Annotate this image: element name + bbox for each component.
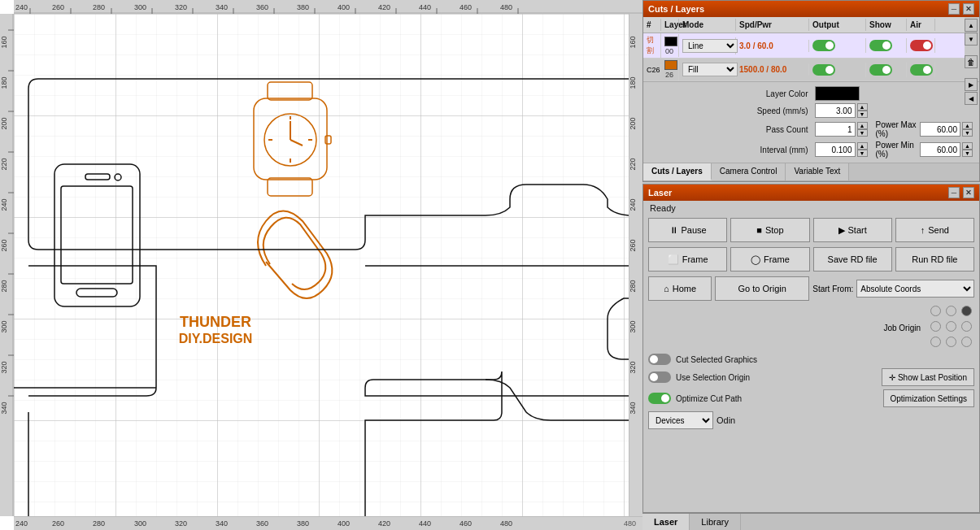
svg-text:320: 320: [175, 3, 187, 11]
optimization-settings-btn[interactable]: Optimization Settings: [883, 389, 975, 407]
row0-output[interactable]: [809, 38, 866, 53]
cut-selected-toggle[interactable]: [648, 354, 671, 365]
power-max-down-btn[interactable]: ▼: [962, 129, 973, 137]
row0-mode[interactable]: Line Fill: [679, 37, 736, 54]
row1-mode-select[interactable]: Fill Line: [682, 63, 738, 76]
devices-select[interactable]: Devices: [648, 411, 713, 429]
origin-tc[interactable]: [946, 306, 956, 316]
svg-text:440: 440: [419, 519, 431, 528]
origin-tl[interactable]: [930, 306, 941, 316]
frame1-button[interactable]: ⬜ Frame: [648, 247, 727, 272]
home-row: ⌂ Home Go to Origin Start From: Absolute…: [643, 274, 979, 303]
interval-input[interactable]: [815, 142, 856, 157]
drawing-canvas[interactable]: THUNDER DIY.DESIGN 160 180: [14, 14, 629, 516]
pass-count-up-btn[interactable]: ▲: [857, 122, 868, 129]
origin-mr[interactable]: [961, 321, 972, 332]
origin-mc[interactable]: [946, 321, 956, 332]
power-max-up-btn[interactable]: ▲: [962, 122, 973, 129]
use-selection-toggle[interactable]: [648, 371, 671, 383]
svg-rect-75: [14, 14, 629, 516]
svg-text:240: 240: [15, 3, 28, 11]
canvas-area[interactable]: 240 260 280 300 320 340 360 380 400 420: [0, 0, 642, 530]
svg-text:420: 420: [378, 3, 390, 11]
start-button[interactable]: ▶ Start: [813, 218, 892, 242]
svg-text:300: 300: [0, 320, 8, 332]
interval-down-btn[interactable]: ▼: [857, 150, 868, 157]
bottom-tab-laser[interactable]: Laser: [642, 514, 690, 530]
svg-text:320: 320: [0, 361, 8, 373]
origin-bl[interactable]: [930, 337, 941, 347]
power-min-input[interactable]: [920, 142, 960, 157]
col-spd-pwr: Spd/Pwr: [736, 19, 809, 31]
optimize-cut-toggle[interactable]: [648, 393, 671, 404]
cuts-layers-title: Cuts / Layers: [648, 4, 704, 14]
svg-text:240: 240: [629, 198, 637, 211]
pass-count-input[interactable]: [815, 122, 856, 137]
svg-text:460: 460: [460, 519, 472, 528]
pass-count-down-btn[interactable]: ▼: [857, 129, 868, 137]
tab-cuts-layers[interactable]: Cuts / Layers: [643, 163, 712, 180]
frame2-button[interactable]: ◯ Frame: [730, 247, 809, 272]
origin-bc[interactable]: [946, 337, 956, 347]
interval-up-btn[interactable]: ▲: [857, 142, 868, 150]
layer-color-label: Layer Color: [766, 89, 808, 98]
bottom-tab-library[interactable]: Library: [690, 514, 741, 530]
delete-layer-btn[interactable]: 🗑: [965, 55, 978, 68]
scroll-down-btn[interactable]: ▼: [965, 33, 978, 46]
home-button[interactable]: ⌂ Home: [648, 276, 712, 301]
collapse-left-btn[interactable]: ◀: [965, 92, 978, 105]
expand-right-btn[interactable]: ▶: [965, 78, 978, 91]
cut-selected-row: Cut Selected Graphics: [643, 352, 979, 367]
laser-minimize-btn[interactable]: ─: [948, 187, 960, 198]
tab-camera-control[interactable]: Camera Control: [712, 163, 786, 180]
svg-text:340: 340: [216, 3, 228, 11]
origin-br[interactable]: [961, 337, 972, 347]
row1-air[interactable]: [907, 63, 935, 77]
control-row-1: ⏸ Pause ■ Stop ▶ Start ↑ Send: [643, 215, 979, 245]
home-icon: ⌂: [664, 284, 669, 293]
row1-show[interactable]: [866, 63, 907, 77]
minimize-button[interactable]: ─: [948, 3, 960, 15]
row0-color: 00: [661, 34, 679, 56]
tab-variable-text[interactable]: Variable Text: [786, 163, 849, 180]
power-max-input[interactable]: [920, 122, 960, 137]
power-max-label: Power Max (%): [876, 120, 917, 138]
row1-mode[interactable]: Fill Line: [679, 61, 736, 78]
go-to-origin-button[interactable]: Go to Origin: [715, 276, 809, 301]
row1-output[interactable]: [809, 63, 866, 77]
close-button[interactable]: ✕: [963, 3, 974, 15]
speed-up-btn[interactable]: ▲: [857, 103, 868, 111]
pause-button[interactable]: ⏸ Pause: [648, 218, 727, 242]
layer-row-0[interactable]: 切割 00 Line Fill 3.0 / 60.0: [643, 33, 965, 59]
start-from-select[interactable]: Absolute Coords User Origin Current Posi…: [856, 280, 974, 298]
speed-down-btn[interactable]: ▼: [857, 111, 868, 118]
stop-button[interactable]: ■ Stop: [730, 218, 809, 242]
scroll-up-btn[interactable]: ▲: [965, 19, 978, 32]
svg-text:340: 340: [216, 519, 228, 528]
svg-text:480: 480: [500, 3, 512, 11]
layer-color-swatch[interactable]: [815, 86, 860, 101]
table-header: # Layer Mode Spd/Pwr Output Show Air: [643, 17, 965, 33]
job-origin-label: Job Origin: [883, 324, 921, 332]
power-min-down-btn[interactable]: ▼: [962, 150, 973, 157]
origin-tr[interactable]: [961, 306, 972, 316]
show-last-position-btn[interactable]: ✛ Show Last Position: [882, 368, 974, 386]
row0-mode-select[interactable]: Line Fill: [682, 39, 738, 53]
frame1-icon: ⬜: [668, 254, 679, 265]
save-rd-button[interactable]: Save RD file: [813, 247, 892, 272]
laser-close-btn[interactable]: ✕: [963, 187, 974, 198]
control-row-2: ⬜ Frame ◯ Frame Save RD file Run RD file: [643, 245, 979, 274]
send-button[interactable]: ↑ Send: [895, 218, 974, 242]
layer-row-1[interactable]: C26 26 Fill Line 1500.0 / 80.0: [643, 59, 965, 81]
svg-text:180: 180: [0, 76, 8, 89]
cuts-layers-header: Cuts / Layers ─ ✕: [643, 1, 979, 17]
svg-text:420: 420: [378, 519, 390, 528]
speed-input[interactable]: [815, 103, 856, 118]
origin-ml[interactable]: [930, 321, 941, 332]
row0-show[interactable]: [866, 38, 907, 53]
row0-air[interactable]: [907, 38, 935, 53]
run-rd-button[interactable]: Run RD file: [895, 247, 974, 272]
right-panel: Cuts / Layers ─ ✕ # Layer Mode Spd/Pwr O…: [642, 0, 980, 530]
laser-title: Laser: [648, 188, 672, 198]
power-min-up-btn[interactable]: ▲: [962, 142, 973, 150]
